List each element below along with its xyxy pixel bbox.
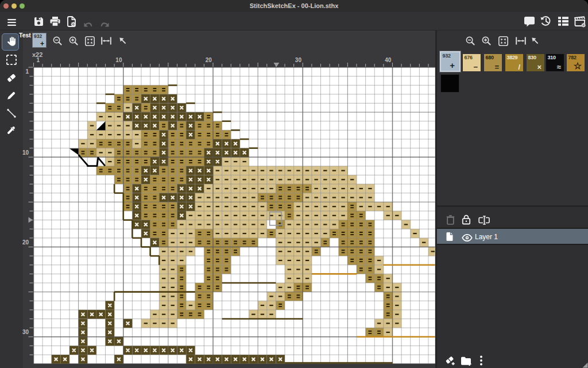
svg-text:30: 30 xyxy=(295,57,302,63)
svg-text:20: 20 xyxy=(22,239,29,246)
svg-text:20: 20 xyxy=(206,57,212,63)
svg-text:10: 10 xyxy=(22,150,29,156)
svg-text:1: 1 xyxy=(37,57,40,63)
svg-text:10: 10 xyxy=(115,57,122,63)
svg-text:1: 1 xyxy=(25,68,29,75)
svg-text:30: 30 xyxy=(22,329,29,335)
svg-text:x22: x22 xyxy=(32,51,42,58)
svg-text:40: 40 xyxy=(385,57,392,63)
